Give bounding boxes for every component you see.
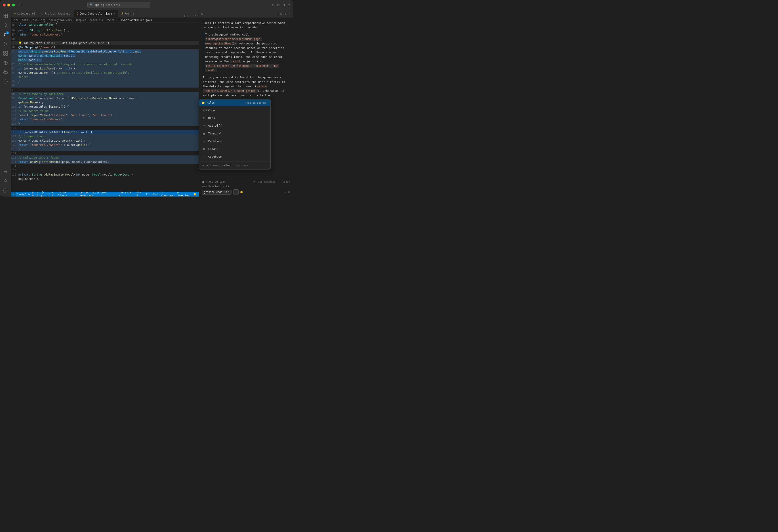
prettier-status[interactable]: ⊘ Prettier bbox=[177, 191, 190, 196]
bc-samples[interactable]: samples bbox=[76, 18, 86, 22]
add-context-btn[interactable]: + Add Context bbox=[205, 180, 225, 183]
activity-docker[interactable] bbox=[1, 68, 10, 76]
code-line-90: 90 @GetMapping("/owners") bbox=[11, 45, 199, 50]
activity-git-lens[interactable] bbox=[1, 168, 10, 176]
run-icon[interactable]: ▷ bbox=[184, 14, 186, 17]
codebase-icon: ✦ bbox=[203, 155, 206, 159]
split-panel-icon[interactable]: ⊟ bbox=[281, 12, 282, 15]
notifications[interactable]: 🔔 bbox=[193, 193, 197, 196]
history-icon[interactable]: ↺ bbox=[285, 12, 286, 15]
chat-icon: ⊙ bbox=[201, 12, 204, 16]
tab-pet[interactable]: J Pet.ja bbox=[119, 10, 138, 17]
owner-tab-close[interactable]: ✕ bbox=[113, 12, 115, 15]
ports-status[interactable]: ⊗ 0 bbox=[52, 191, 55, 196]
activity-search[interactable] bbox=[1, 21, 10, 29]
activity-settings2[interactable] bbox=[1, 77, 10, 86]
activity-bar: 1 bbox=[0, 10, 11, 196]
bc-springframework[interactable]: springframework bbox=[49, 18, 72, 22]
codebase-tab-icon: ✎ bbox=[14, 12, 16, 15]
back-button[interactable]: ‹ bbox=[18, 3, 20, 7]
forward-button[interactable]: › bbox=[21, 3, 22, 7]
dropdown-files-item[interactable]: 📁 Files Type to search → bbox=[199, 99, 270, 106]
activity-toggle-icon[interactable]: ⊟ bbox=[283, 3, 285, 7]
code-line-116: 116 private String addPaginationModel(in… bbox=[11, 172, 199, 177]
code-line-89: 💡 Add to chat (Cmd+L) | Edit highlighted… bbox=[11, 41, 199, 45]
svg-rect-1 bbox=[6, 14, 7, 16]
bc-src[interactable]: src bbox=[14, 18, 18, 22]
settings-chat-icon[interactable]: ⚙ bbox=[288, 190, 290, 194]
model-selector[interactable]: granite-code:8b ⌃ bbox=[202, 190, 231, 194]
code-line-100: 100 if (ownersResults.isEmpty()) { bbox=[11, 104, 199, 109]
add-chat-icon[interactable]: + bbox=[276, 12, 278, 15]
model-name: granite-code:8b bbox=[204, 190, 227, 194]
branch-icon: ⑂ bbox=[16, 193, 18, 196]
bc-java[interactable]: java bbox=[31, 18, 37, 22]
live-share[interactable]: ⊗ Live Share bbox=[58, 191, 72, 196]
code-line-91c: Model model) { bbox=[11, 58, 199, 62]
activity-account[interactable] bbox=[1, 177, 10, 185]
search-text: spring-petclinic bbox=[94, 3, 121, 6]
context-row: @ + Add Context ⌘↩ Use codebase ↩ Enter bbox=[202, 180, 290, 184]
dropdown-docs-item[interactable]: □ Docs bbox=[199, 114, 270, 122]
zoom-status[interactable]: ⊕ bbox=[75, 193, 77, 196]
sidebar-toggle-icon[interactable]: ⊟ bbox=[272, 3, 274, 7]
eol-status[interactable]: LF bbox=[146, 193, 149, 196]
code-line-95: 95 } bbox=[11, 79, 199, 83]
tab-size-status[interactable]: Tab Size: 4 bbox=[119, 191, 133, 196]
tab-project-settings[interactable]: ⚙ Project Settings bbox=[38, 10, 74, 17]
dropdown-gitdiff-item[interactable]: + Git Diff bbox=[199, 122, 270, 130]
dropdown-folder-item[interactable]: ▤ Folder bbox=[199, 145, 270, 153]
activity-source-control[interactable]: 1 bbox=[1, 30, 10, 39]
dropdown-add-context-item[interactable]: + Add more context providers bbox=[199, 162, 270, 169]
code-editor[interactable]: 46 class OwnerController { 86 public Str… bbox=[11, 22, 199, 192]
activity-remote[interactable] bbox=[1, 59, 10, 67]
dropdown-problems-item[interactable]: △ Problems bbox=[199, 138, 270, 145]
add-model-btn[interactable]: + bbox=[233, 189, 239, 195]
gitdiff-label: Git Diff bbox=[208, 123, 267, 128]
sync-status[interactable]: ↻ bbox=[28, 193, 30, 196]
bc-main[interactable]: main bbox=[22, 18, 28, 22]
tab-owner-label: OwnerController.java bbox=[80, 12, 112, 15]
dropdown-code-item[interactable]: </> Code bbox=[199, 106, 270, 114]
info-count: ⓘ 0 bbox=[41, 191, 46, 196]
bullet-1-text: The subsequent method call findPaginated… bbox=[205, 32, 289, 73]
minimize-button[interactable] bbox=[7, 4, 10, 6]
model-chevron: ⌃ bbox=[228, 190, 229, 194]
help-icon[interactable]: ? bbox=[285, 190, 286, 194]
dropdown-codebase-item[interactable]: ✦ Codebase bbox=[199, 153, 270, 161]
activity-settings[interactable] bbox=[1, 186, 10, 195]
branch-status[interactable]: ⑂ main* bbox=[16, 193, 26, 196]
sync-icon: ↻ bbox=[28, 193, 30, 196]
search-bar[interactable]: 🔍 spring-petclinic bbox=[87, 2, 150, 8]
close-panel-icon[interactable]: ✕ bbox=[289, 12, 291, 15]
bc-petclinic[interactable]: petclinic bbox=[90, 18, 103, 22]
encoding-status[interactable]: UTF-8 bbox=[137, 191, 143, 196]
maximize-button[interactable] bbox=[12, 4, 15, 6]
cursor-position[interactable]: Ln 114, Col 6 (860 selected) bbox=[80, 191, 116, 196]
bc-owner[interactable]: owner bbox=[107, 18, 114, 22]
tab-owner-controller[interactable]: J OwnerController.java ✕ bbox=[74, 10, 119, 17]
activity-explorer[interactable] bbox=[1, 12, 10, 20]
activity-extensions[interactable] bbox=[1, 49, 10, 58]
vscode-icon[interactable]: ≡ bbox=[11, 192, 16, 196]
bc-org[interactable]: org bbox=[41, 18, 46, 22]
panel-toggle-icon[interactable]: ⊟ bbox=[277, 3, 280, 7]
code-line-111: 111 bbox=[11, 151, 199, 156]
eol-text: LF bbox=[146, 193, 149, 196]
close-button[interactable] bbox=[3, 4, 6, 6]
errors-status[interactable]: ⊗ 0 ⚠ 0 ⓘ 0 15 bbox=[32, 191, 49, 196]
tab-codebase[interactable]: ✎ codebase.md bbox=[11, 10, 38, 17]
bullet-1: The subsequent method call findPaginated… bbox=[203, 32, 289, 73]
continue-status[interactable]: ✓ Continue bbox=[161, 191, 174, 196]
ports-count: ⊗ 0 bbox=[52, 191, 55, 196]
layout-icon[interactable]: ⊞ bbox=[288, 3, 290, 7]
activity-run[interactable] bbox=[1, 40, 10, 48]
more-tabs-icon[interactable]: ··· bbox=[191, 14, 197, 17]
code-line-114: 114 } bbox=[11, 164, 199, 168]
status-dot bbox=[240, 191, 243, 193]
split-icon[interactable]: ⊟ bbox=[187, 14, 189, 17]
language-status[interactable]: Java bbox=[152, 193, 158, 196]
svg-rect-17 bbox=[5, 71, 6, 72]
terminal-icon: ▣ bbox=[203, 131, 206, 136]
dropdown-terminal-item[interactable]: ▣ Terminal bbox=[199, 130, 270, 138]
